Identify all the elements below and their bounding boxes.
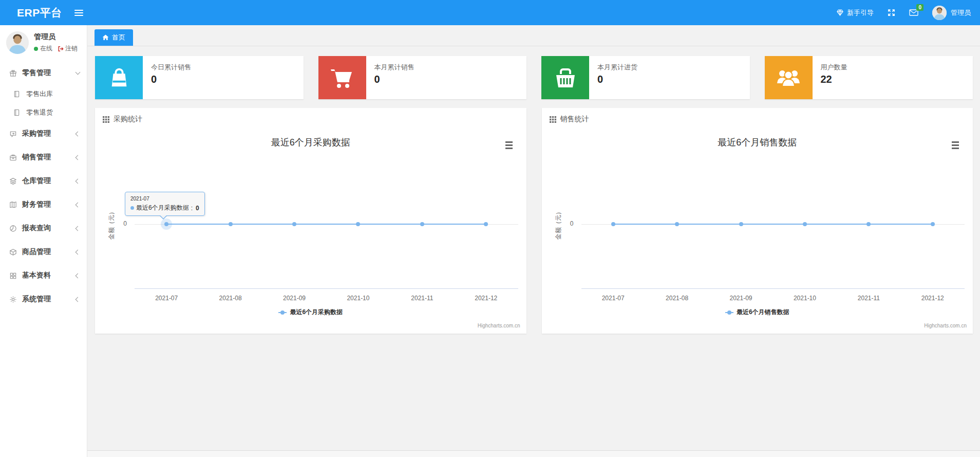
tooltip-separator: :	[191, 205, 193, 212]
purchase-chart: 最近6个月采购数据 金额（元） 0 2021-072021-082021-092…	[95, 127, 526, 332]
data-point[interactable]	[866, 222, 871, 226]
sales-chart: 最近6个月销售数据 金额（元） 0 2021-072021-082021-092…	[542, 127, 973, 332]
pie-chart-icon	[9, 224, 17, 232]
avatar	[932, 6, 947, 20]
legend-item[interactable]: 最近6个月销售数据	[725, 308, 789, 317]
briefcase-icon	[9, 153, 17, 161]
online-status-label: 在线	[40, 44, 52, 53]
data-point[interactable]	[292, 222, 296, 226]
data-point[interactable]	[229, 222, 233, 226]
main-content: 首页 今日累计销售 0	[87, 25, 980, 457]
highcharts-credit-link[interactable]: Highcharts.com.cn	[478, 323, 520, 328]
sidebar-item-label: 财务管理	[22, 200, 71, 209]
highcharts-credit-link[interactable]: Highcharts.com.cn	[924, 323, 967, 328]
y-axis-tick-label: 0	[557, 220, 574, 227]
x-axis-tick-label: 2021-09	[283, 295, 306, 302]
tab-home[interactable]: 首页	[95, 29, 133, 46]
plot-area	[581, 127, 965, 288]
stat-cards-row: 今日累计销售 0 本月累计销售 0	[95, 56, 973, 99]
data-point[interactable]	[739, 222, 743, 226]
sidebar-item-retail-return[interactable]: 零售退货	[0, 103, 87, 122]
data-point[interactable]	[675, 222, 679, 226]
x-axis-tick-label: 2021-09	[730, 295, 752, 302]
logout-link[interactable]: 注销	[58, 44, 78, 53]
sidebar-item-label: 销售管理	[22, 153, 71, 162]
sidebar-item-retail-management[interactable]: 零售管理	[0, 61, 87, 85]
x-axis-line	[135, 288, 518, 289]
user-menu[interactable]: 管理员	[932, 6, 971, 20]
grid-icon	[9, 271, 17, 280]
fullscreen-button[interactable]	[888, 9, 895, 16]
x-axis-tick-label: 2021-08	[219, 295, 242, 302]
chart-legend: 最近6个月销售数据	[542, 308, 973, 317]
shopping-cart-icon	[318, 56, 366, 99]
sidebar-user-panel: 管理员 在线 注销	[0, 25, 87, 59]
x-axis-tick-label: 2021-11	[411, 295, 433, 302]
box-icon	[9, 248, 17, 256]
app-logo: ERP平台	[0, 6, 62, 20]
tooltip-series-label: 最近6个月采购数据	[136, 204, 189, 212]
tooltip-value: 0	[196, 205, 199, 212]
chevron-left-icon	[76, 155, 81, 160]
sidebar-item-label: 零售管理	[22, 68, 71, 78]
data-point[interactable]	[164, 222, 168, 226]
stat-card-value: 0	[151, 74, 191, 85]
legend-item[interactable]: 最近6个月采购数据	[278, 308, 343, 317]
x-axis-tick-label: 2021-08	[666, 295, 688, 302]
x-axis-tick-label: 2021-07	[155, 295, 178, 302]
sales-stats-panel: 销售统计 最近6个月销售数据 金额（元） 0 2021-072021-08202…	[542, 108, 973, 334]
stat-card-label: 用户数量	[821, 63, 847, 72]
purchase-stats-panel: 采购统计 最近6个月采购数据 金额（元） 0 2021-072021-08202…	[95, 108, 526, 334]
data-point[interactable]	[931, 222, 935, 226]
gear-icon	[9, 295, 17, 303]
shopping-basket-icon	[541, 56, 589, 99]
sidebar-item-goods-management[interactable]: 商品管理	[0, 240, 87, 264]
sidebar-item-label: 商品管理	[22, 247, 71, 257]
top-navbar: ERP平台 新手引导 0	[0, 0, 980, 25]
sidebar-item-system-management[interactable]: 系统管理	[0, 287, 87, 311]
data-point[interactable]	[611, 222, 615, 226]
x-axis-labels: 2021-072021-082021-092021-102021-112021-…	[135, 295, 518, 303]
sidebar-item-warehouse-management[interactable]: 仓库管理	[0, 169, 87, 193]
sidebar-item-finance-management[interactable]: 财务管理	[0, 193, 87, 216]
data-point[interactable]	[356, 222, 360, 226]
sidebar-toggle-button[interactable]	[74, 10, 83, 16]
y-axis-tick-label: 0	[110, 220, 127, 227]
avatar	[6, 31, 29, 54]
chevron-left-icon	[76, 249, 81, 254]
chevron-left-icon	[76, 202, 81, 207]
th-grid-icon	[103, 116, 109, 123]
stat-card-value: 0	[597, 74, 637, 85]
x-axis-tick-label: 2021-07	[602, 295, 625, 302]
data-point[interactable]	[803, 222, 807, 226]
sidebar-item-label: 报表查询	[22, 224, 71, 233]
chart-tooltip: 2021-07 最近6个月采购数据: 0	[125, 192, 205, 216]
data-point[interactable]	[484, 222, 488, 226]
sidebar-item-basic-data[interactable]: 基本资料	[0, 264, 87, 287]
stat-card-label: 本月累计进货	[597, 63, 637, 72]
series-marker-icon	[130, 206, 134, 210]
sidebar-item-report-query[interactable]: 报表查询	[0, 216, 87, 240]
data-point[interactable]	[420, 222, 424, 226]
sidebar-item-retail-outbound[interactable]: 零售出库	[0, 85, 87, 103]
x-axis-tick-label: 2021-12	[475, 295, 497, 302]
x-axis-tick-label: 2021-11	[858, 295, 880, 302]
mail-badge: 0	[916, 4, 924, 11]
tooltip-header: 2021-07	[130, 196, 199, 202]
stat-card-user-count: 用户数量 22	[765, 56, 973, 99]
file-icon	[13, 90, 22, 98]
series-line	[166, 224, 486, 225]
sidebar-user-name: 管理员	[34, 32, 78, 42]
logout-icon	[58, 46, 64, 52]
mail-button[interactable]: 0	[909, 9, 918, 16]
panel-title: 采购统计	[114, 115, 142, 124]
guide-link[interactable]: 新手引导	[836, 8, 874, 17]
x-axis-tick-label: 2021-10	[794, 295, 816, 302]
legend-label: 最近6个月销售数据	[737, 308, 789, 317]
stat-card-month-sales: 本月累计销售 0	[318, 56, 527, 99]
chevron-left-icon	[76, 273, 81, 278]
sidebar-item-purchase-management[interactable]: 采购管理	[0, 122, 87, 145]
x-axis-tick-label: 2021-10	[347, 295, 369, 302]
users-icon	[765, 56, 813, 99]
sidebar-item-sales-management[interactable]: 销售管理	[0, 145, 87, 169]
